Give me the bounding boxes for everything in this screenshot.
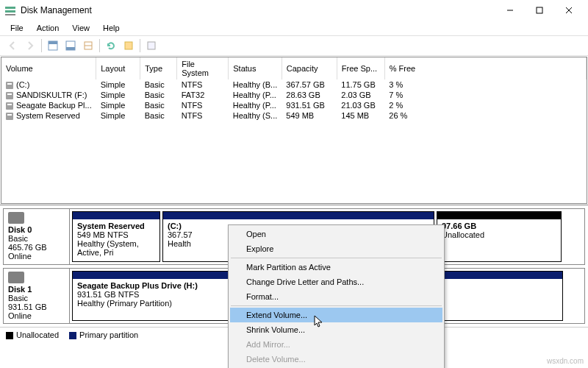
vol-name: Seagate Backup Pl... [16, 101, 92, 110]
col-type[interactable]: Type [140, 57, 177, 79]
svg-rect-1 [5, 10, 15, 13]
volume-icon [6, 113, 13, 120]
legend-primary: Primary partition [79, 330, 138, 339]
watermark: wsxdn.com [547, 357, 584, 365]
help-icon[interactable] [143, 38, 159, 54]
table-row[interactable]: System ReservedSimpleBasicNTFSHealthy (S… [1, 110, 587, 121]
disk-state: Online [8, 311, 65, 320]
table-row[interactable]: (C:)SimpleBasicNTFSHealthy (B...367.57 G… [1, 79, 587, 90]
legend-primary-swatch [69, 332, 76, 339]
vol-pct: 2 % [384, 100, 586, 110]
vol-name: System Reserved [16, 111, 80, 120]
vol-capacity: 28.63 GB [282, 90, 337, 100]
toolbar [0, 35, 588, 56]
svg-rect-4 [537, 7, 542, 13]
column-headers[interactable]: Volume Layout Type File System Status Ca… [1, 57, 587, 79]
vol-capacity: 931.51 GB [282, 100, 337, 110]
svg-rect-0 [5, 7, 15, 9]
vol-type: Basic [140, 110, 177, 121]
vol-free: 21.03 GB [337, 100, 384, 110]
table-row[interactable]: SANDISKULTR (F:)SimpleBasicFAT32Healthy … [1, 90, 587, 100]
vol-free: 11.75 GB [337, 79, 384, 90]
svg-rect-13 [125, 42, 132, 49]
col-capacity[interactable]: Capacity [282, 57, 337, 79]
ctx-open[interactable]: Open [230, 227, 442, 241]
partition-bar [437, 212, 561, 219]
refresh-icon[interactable] [103, 38, 119, 54]
maximize-button[interactable] [525, 1, 554, 19]
col-status[interactable]: Status [229, 57, 282, 79]
menu-action[interactable]: Action [31, 22, 65, 34]
disk-name: Disk 0 [8, 225, 65, 234]
menu-help[interactable]: Help [97, 22, 126, 34]
disk-state: Online [8, 252, 65, 261]
ctx-format[interactable]: Format... [230, 289, 442, 304]
ctx-add-mirror: Add Mirror... [230, 337, 442, 352]
table-row[interactable]: Seagate Backup Pl...SimpleBasicNTFSHealt… [1, 100, 587, 110]
back-icon [4, 38, 21, 54]
vol-type: Basic [140, 79, 177, 90]
vol-pct: 3 % [384, 79, 586, 90]
col-layout[interactable]: Layout [96, 57, 140, 79]
vol-fs: NTFS [177, 110, 229, 121]
volume-icon [6, 102, 13, 110]
partition[interactable]: 97.66 GBUnallocated [437, 211, 562, 262]
vol-pct: 26 % [384, 110, 586, 121]
context-menu: Open Explore Mark Partition as Active Ch… [228, 224, 445, 368]
vol-status: Healthy (P... [229, 90, 282, 100]
svg-rect-8 [49, 41, 57, 44]
vol-fs: NTFS [177, 100, 229, 110]
col-fs[interactable]: File System [177, 57, 229, 79]
ctx-extend-volume[interactable]: Extend Volume... [230, 308, 442, 322]
vol-fs: NTFS [177, 79, 229, 90]
menu-file[interactable]: File [4, 22, 29, 34]
vol-type: Basic [140, 100, 177, 110]
ctx-delete-volume: Delete Volume... [230, 352, 442, 367]
partition-title: 97.66 GB [442, 222, 556, 230]
vol-layout: Simple [96, 100, 140, 110]
view-bottom-icon[interactable] [62, 38, 79, 54]
disk-type: Basic [8, 294, 65, 302]
ctx-mark-active[interactable]: Mark Partition as Active [230, 260, 442, 275]
disk-name: Disk 1 [8, 285, 65, 294]
col-pctfree[interactable]: % Free [384, 57, 586, 79]
partition-bar [163, 212, 434, 219]
vol-type: Basic [140, 90, 177, 100]
close-button[interactable] [554, 1, 584, 19]
menu-view[interactable]: View [66, 22, 96, 34]
partition-line2: 549 MB NTFS [77, 230, 155, 239]
properties-icon[interactable] [121, 38, 137, 54]
vol-layout: Simple [96, 79, 140, 90]
ctx-shrink-volume[interactable]: Shrink Volume... [230, 322, 442, 337]
titlebar: Disk Management [0, 0, 588, 21]
minimize-button[interactable] [495, 1, 525, 19]
ctx-explore[interactable]: Explore [230, 241, 442, 256]
menubar: File Action View Help [0, 21, 588, 35]
svg-rect-10 [66, 47, 75, 50]
col-free[interactable]: Free Sp... [337, 57, 384, 79]
disk-header[interactable]: Disk 1Basic931.51 GBOnline [4, 269, 70, 323]
volume-list[interactable]: Volume Layout Type File System Status Ca… [1, 57, 587, 204]
vol-fs: FAT32 [177, 90, 229, 100]
partition-line3: Healthy (System, Active, Pri [77, 239, 155, 257]
ctx-change-letter[interactable]: Change Drive Letter and Paths... [230, 275, 442, 289]
view-top-icon[interactable] [45, 38, 61, 54]
cursor-icon [314, 315, 324, 328]
svg-rect-14 [148, 42, 155, 49]
disk-icon [8, 272, 24, 283]
vol-status: Healthy (P... [229, 100, 282, 110]
vol-status: Healthy (S... [229, 110, 282, 121]
col-volume[interactable]: Volume [1, 57, 96, 79]
partition[interactable]: System Reserved549 MB NTFSHealthy (Syste… [72, 211, 160, 262]
disk-header[interactable]: Disk 0Basic465.76 GBOnline [4, 209, 70, 264]
app-icon [4, 4, 16, 16]
vol-free: 145 MB [337, 110, 384, 121]
disk-size: 465.76 GB [8, 243, 65, 252]
legend-unallocated: Unallocated [16, 330, 59, 339]
disk-size: 931.51 GB [8, 302, 65, 311]
vol-name: SANDISKULTR (F:) [16, 91, 87, 99]
forward-icon [22, 38, 38, 54]
settings-icon[interactable] [80, 38, 96, 54]
disk-icon [8, 212, 24, 224]
volume-icon [6, 92, 13, 99]
